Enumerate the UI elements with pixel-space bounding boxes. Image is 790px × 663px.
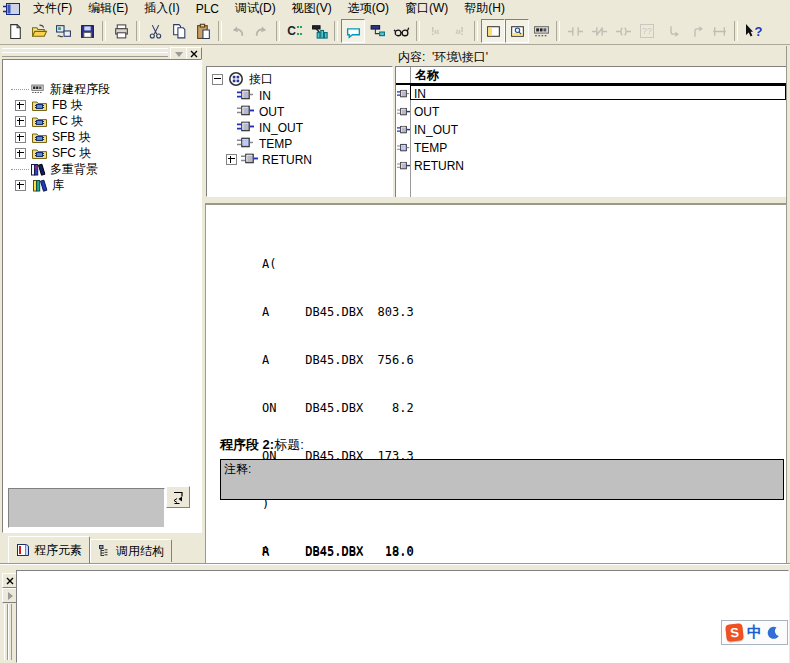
insert-empty-box-button[interactable]: ?? [635,19,659,43]
menu-plc[interactable]: PLC [188,1,227,18]
undo-icon [229,23,246,40]
network2-title[interactable]: 程序段 2:标题: [220,436,304,454]
tree-item-sfb-blocks[interactable]: SFB 块 [3,129,201,145]
panel-drag-handle[interactable] [4,604,11,660]
new-network-button[interactable] [529,19,553,43]
menu-window[interactable]: 窗口(W) [397,0,456,19]
stl-line: A DB45.DBX 756.6 [262,352,414,368]
download-button[interactable] [307,19,331,43]
tree-item-libraries[interactable]: 库 [3,177,201,193]
toolbar-separator [102,21,106,41]
network-title-label: 标题: [274,437,304,452]
contents-row-temp[interactable]: TEMP [396,139,786,157]
glasses-icon [393,23,410,40]
return-parameter-icon [241,152,258,166]
menu-debug[interactable]: 调试(D) [227,0,284,19]
redo-button[interactable] [249,19,273,43]
overview-toggle-button[interactable] [481,19,505,43]
open-branch-button[interactable] [659,19,683,43]
menu-edit[interactable]: 编辑(E) [80,0,136,19]
tree-item-multi-instance[interactable]: 多重背景 [3,161,201,177]
arrow-right-icon [7,592,13,600]
output-close-button[interactable] [2,573,17,588]
interface-tree-pane: 接口 IN OUT IN_OUT TEMP RETURN [206,66,393,197]
close-branch-button[interactable] [683,19,707,43]
tree-item-label: IN_OUT [259,120,303,135]
menu-insert[interactable]: 插入(I) [136,0,187,19]
contents-row-in-out[interactable]: IN_OUT [396,121,786,139]
new-document-button[interactable] [3,19,27,43]
next-error-button[interactable]: »! [447,19,471,43]
menu-file[interactable]: 文件(F) [25,0,80,19]
previous-error-button[interactable]: !« [423,19,447,43]
tree-connector [11,169,29,170]
menu-bar: 文件(F) 编辑(E) 插入(I) PLC 调试(D) 视图(V) 选项(O) … [0,0,790,18]
rung-icon [711,23,728,40]
copy-button[interactable] [167,19,191,43]
symbolic-representation-button[interactable]: C [283,19,307,43]
collapse-minus-icon[interactable] [212,74,223,85]
tree-item-new-network[interactable]: 新建程序段 [3,81,201,97]
toolbar-separator [218,21,222,41]
network2-comment-box[interactable]: 注释: [220,459,784,500]
pane-grab-handle[interactable] [2,52,168,57]
tree-item-in-out[interactable]: IN_OUT [207,119,392,135]
tree-item-sfc-blocks[interactable]: SFC 块 [3,145,201,161]
expand-plus-icon[interactable] [15,100,26,111]
books-icon [29,162,46,176]
block-folder-icon [31,146,48,160]
tree-item-return[interactable]: RETURN [207,151,392,167]
output-next-button[interactable] [2,588,17,603]
download-icon [311,23,328,40]
menu-options[interactable]: 选项(O) [340,0,397,19]
open-online-button[interactable] [51,19,75,43]
tree-item-temp[interactable]: TEMP [207,135,392,151]
menu-help[interactable]: 帮助(H) [456,0,513,19]
print-button[interactable] [109,19,133,43]
open-button[interactable] [27,19,51,43]
output-content-area[interactable] [16,570,789,663]
tab-label: 调用结构 [116,543,164,560]
expand-plus-icon[interactable] [226,154,237,165]
insert-coil-button[interactable] [611,19,635,43]
stl-line: A( [262,256,414,272]
cut-button[interactable] [143,19,167,43]
save-button[interactable] [75,19,99,43]
contents-row-return[interactable]: RETURN [396,157,786,175]
insert-contact-button[interactable] [563,19,587,43]
comment-toggle-button[interactable] [341,19,365,43]
block-window-icon[interactable] [3,2,21,16]
moon-icon[interactable] [766,626,780,640]
expand-plus-icon[interactable] [15,116,26,127]
row-name: IN_OUT [410,123,458,138]
expand-plus-icon[interactable] [15,180,26,191]
row-name: IN [410,87,426,102]
tree-item-fc-blocks[interactable]: FC 块 [3,113,201,129]
horizontal-splitter[interactable] [0,563,790,570]
tree-item-in[interactable]: IN [207,87,392,103]
detail-view-button[interactable] [505,19,529,43]
tree-item-out[interactable]: OUT [207,103,392,119]
contents-row-in[interactable]: IN [396,85,786,103]
insert-rung-button[interactable] [707,19,731,43]
tree-item-interface[interactable]: 接口 [207,71,392,87]
monitor-button[interactable] [389,19,413,43]
undo-button[interactable] [225,19,249,43]
expand-plus-icon[interactable] [15,148,26,159]
books-icon [31,178,48,192]
tab-call-structure[interactable]: 调用结构 [90,539,172,562]
tree-item-fb-blocks[interactable]: FB 块 [3,97,201,113]
paste-button[interactable] [191,19,215,43]
block-structure-button[interactable] [365,19,389,43]
menu-view[interactable]: 视图(V) [284,0,340,19]
jump-to-element-button[interactable] [166,486,190,508]
stl-code-editor[interactable]: A( A DB45.DBX 803.3 A DB45.DBX 756.6 ON … [205,203,786,563]
sogou-logo-icon[interactable]: S [725,623,744,642]
tab-program-elements[interactable]: 程序元素 [8,536,90,563]
ime-language-toggle[interactable]: 中 [747,623,762,642]
contents-row-out[interactable]: OUT [396,103,786,121]
expand-plus-icon[interactable] [15,132,26,143]
context-help-button[interactable]: ? [741,19,765,43]
temp-parameter-icon [397,143,410,153]
insert-negated-contact-button[interactable] [587,19,611,43]
